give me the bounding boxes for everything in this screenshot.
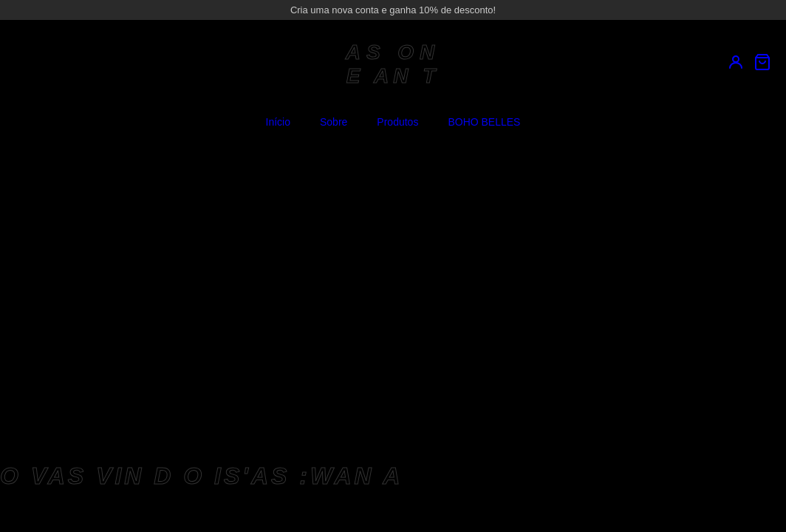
user-icon[interactable] bbox=[727, 53, 745, 75]
logo-line1: AS ON bbox=[346, 41, 441, 64]
nav-item-produtos[interactable]: Produtos bbox=[377, 116, 418, 128]
nav-item-boho-belles[interactable]: BOHO BELLES bbox=[448, 116, 520, 128]
logo: AS ON E AN T bbox=[346, 41, 441, 88]
navigation: Início Sobre Produtos BOHO BELLES bbox=[0, 109, 786, 135]
main-content: O VAS VIN D O IS'AS :WAN A bbox=[0, 135, 786, 519]
decorative-text: O VAS VIN D O IS'AS :WAN A bbox=[0, 463, 403, 490]
nav-item-sobre[interactable]: Sobre bbox=[320, 116, 347, 128]
header: AS ON E AN T bbox=[0, 20, 786, 109]
cart-icon[interactable] bbox=[753, 53, 771, 75]
svg-point-0 bbox=[733, 56, 739, 62]
header-icons bbox=[727, 53, 771, 75]
nav-item-inicio[interactable]: Início bbox=[266, 116, 290, 128]
logo-line2: E AN T bbox=[346, 64, 441, 88]
announcement-bar: Cria uma nova conta e ganha 10% de desco… bbox=[0, 0, 786, 20]
announcement-text: Cria uma nova conta e ganha 10% de desco… bbox=[290, 4, 496, 16]
